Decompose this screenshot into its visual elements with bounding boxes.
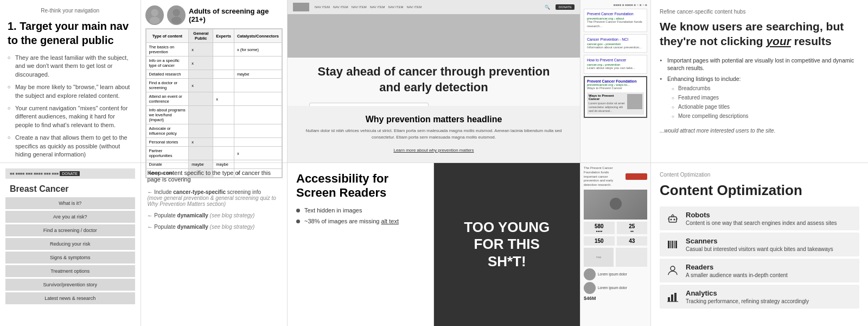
- table-row: Partner opportunitiesx: [146, 147, 282, 160]
- annotation-3: ← Populate dynamically (see blog strateg…: [148, 224, 281, 230]
- too-young-text: TOO YOUNG FOR THIS SH*T!: [464, 219, 550, 270]
- mockup-logo: [293, 3, 309, 11]
- table-cell: x: [189, 79, 213, 92]
- hero-image: [288, 14, 580, 58]
- svg-point-5: [671, 219, 672, 221]
- co-title-0: Robots: [686, 211, 837, 219]
- table-cell: [189, 70, 213, 79]
- sub-bullet-2: Featured images: [672, 94, 859, 102]
- panel1-label: Re-think your navigation: [8, 8, 133, 14]
- search-results-mockup: ■■■■ ■ ■■■■ ■ < ■ > ■ Prevent Cancer Fou…: [580, 0, 650, 163]
- panel1-annotations: Keep content specific to the type of can…: [141, 163, 288, 326]
- bc-nav-item[interactable]: Signs & symptoms: [5, 252, 135, 264]
- bc-nav-item[interactable]: Latest news & research: [5, 292, 135, 304]
- co-desc-2: A smaller audience wants in-depth conten…: [686, 272, 788, 278]
- table-cell: The basics on prevention: [146, 43, 189, 57]
- table-cell: [234, 124, 282, 138]
- bc-nav-item[interactable]: Treatment options: [5, 265, 135, 277]
- pcf-stat-4: 43: [617, 236, 648, 246]
- panel2-bottom: Accessibility for Screen Readers Text hi…: [288, 163, 580, 326]
- panel3-right: Refine cancer-specific content hubs We k…: [651, 0, 868, 326]
- annotation-1: ← Include cancer-type-specific screening…: [148, 189, 281, 207]
- search-result-title: Prevent Cancer Foundation: [587, 12, 644, 16]
- search-result-text: Cancer Prevention - NCI cancer.gov › pre…: [587, 37, 644, 50]
- prevention-heading: Why prevention matters headline: [304, 115, 564, 124]
- table-cell: x: [234, 147, 282, 160]
- panel-website-mockup: NAV ITEM NAV ITEM NAV ITEM NAV ITEM NAV …: [288, 0, 580, 326]
- pcf-person-photo-2: [584, 282, 596, 294]
- table-cell: Advocate or influence policy: [146, 124, 189, 138]
- table-cell: [189, 124, 213, 138]
- learn-more-link[interactable]: Learn more about why prevention matters: [393, 148, 474, 153]
- alt-text-link: alt text: [381, 218, 399, 224]
- bc-nav-item[interactable]: Find a screening / doctor: [5, 224, 135, 236]
- table-cell: [213, 43, 234, 57]
- co-item-3: Analytics Tracking performance, refining…: [660, 285, 859, 309]
- search-result-desc: Learn about steps you can take...: [587, 66, 644, 71]
- content-optimization-section: Content Optimization Content Optimizatio…: [651, 163, 868, 326]
- pcf-logo: [626, 173, 647, 180]
- sub-bullet-1: Breadcrumbs: [672, 85, 859, 92]
- search-result-desc: Information about cancer prevention...: [587, 46, 644, 50]
- prevention-section: Why prevention matters headline Nullam d…: [288, 106, 580, 162]
- table-cell: x: [189, 138, 213, 147]
- seo-section: Refine cancer-specific content hubs We k…: [651, 0, 868, 163]
- pcf-header: The Prevent Cancer Foundation funds impo…: [584, 166, 647, 187]
- co-item-0: Robots Content is one way that search en…: [660, 206, 859, 230]
- table-cell: [189, 106, 213, 124]
- seo-heading: We know users are searching, but they're…: [660, 19, 859, 49]
- donate-button[interactable]: DONATE: [556, 4, 575, 10]
- co-title-1: Scanners: [686, 237, 833, 245]
- robots-icon: [665, 211, 680, 226]
- table-cell: [213, 70, 234, 79]
- bc-nav-item[interactable]: What is it?: [5, 197, 135, 209]
- readers-icon: [665, 263, 680, 278]
- nav-item-1: NAV ITEM: [315, 5, 330, 9]
- table-cell: [213, 138, 234, 147]
- table-row: The basics on preventionxx (for some): [146, 43, 282, 57]
- panel3-left-mockups: ■■■■ ■ ■■■■ ■ < ■ > ■ Prevent Cancer Fou…: [580, 0, 651, 326]
- col-general: General Public: [189, 29, 213, 43]
- access-item-1: Text hidden in images: [296, 207, 425, 214]
- table-row: Personal storiesx: [146, 138, 282, 147]
- table-cell: [234, 138, 282, 147]
- svg-rect-4: [669, 217, 676, 222]
- sub-bullet-3: Actionable page titles: [672, 103, 859, 111]
- table-cell: [189, 92, 213, 106]
- access-item-2: ~38% of images are missing alt text: [296, 218, 425, 224]
- avatar-2: [167, 5, 186, 25]
- search-result-text: Prevent Cancer Foundation preventcancer.…: [587, 12, 644, 29]
- access-text-2: ~38% of images are missing alt text: [304, 218, 399, 224]
- table-row: Advocate or influence policy: [146, 124, 282, 138]
- table-cell: [213, 147, 234, 160]
- svg-point-1: [149, 17, 159, 24]
- pcf-bottom-amount: $46M: [584, 296, 647, 301]
- prevention-body: Nullam dolor id nibh ultrices vehicula u…: [304, 128, 564, 141]
- too-young-placeholder: TOO YOUNG FOR THIS SH*T!: [434, 163, 580, 326]
- svg-rect-7: [672, 215, 674, 217]
- bullet-4: Create a nav that allows them to get to …: [8, 134, 133, 159]
- pcf-person-1: Lorem ipsum dolor: [584, 268, 647, 280]
- svg-point-2: [173, 9, 180, 16]
- pcf-stat-1: 580 ●●●●: [584, 222, 615, 234]
- table-cell: x (for some): [234, 43, 282, 57]
- bc-nav-item[interactable]: Reducing your risk: [5, 238, 135, 250]
- bullet-2: May be more likely to "browse," learn ab…: [8, 83, 133, 100]
- avatar-1: [145, 5, 164, 25]
- bc-nav-item[interactable]: Survivor/prevention story: [5, 279, 135, 291]
- bullet-3: Your current navigation "mixes" content …: [8, 104, 133, 129]
- svg-rect-19: [674, 293, 676, 302]
- table-title: Adults of screening age (21+): [189, 7, 283, 23]
- accessibility-title: Accessibility for Screen Readers: [296, 172, 425, 200]
- table-cell: Attend an event or conference: [146, 92, 189, 106]
- refine-label: Refine cancer-specific content hubs: [660, 9, 859, 15]
- co-item-1: Scanners Casual but interested visitors …: [660, 233, 859, 256]
- breast-cancer-nav: ■■ ■■■■ ■■■ ■■■■ ■■■ ■■■ DONATE Breast C…: [0, 163, 141, 326]
- table-row: Info on a specific type of cancerx: [146, 57, 282, 70]
- bc-nav-item[interactable]: Are you at risk?: [5, 211, 135, 223]
- co-title-3: Analytics: [686, 289, 809, 297]
- pcf-header-text: The Prevent Cancer Foundation funds impo…: [584, 166, 619, 187]
- svg-rect-18: [671, 294, 673, 302]
- pcf-stat-3: 150: [584, 236, 615, 246]
- table-cell: [213, 57, 234, 70]
